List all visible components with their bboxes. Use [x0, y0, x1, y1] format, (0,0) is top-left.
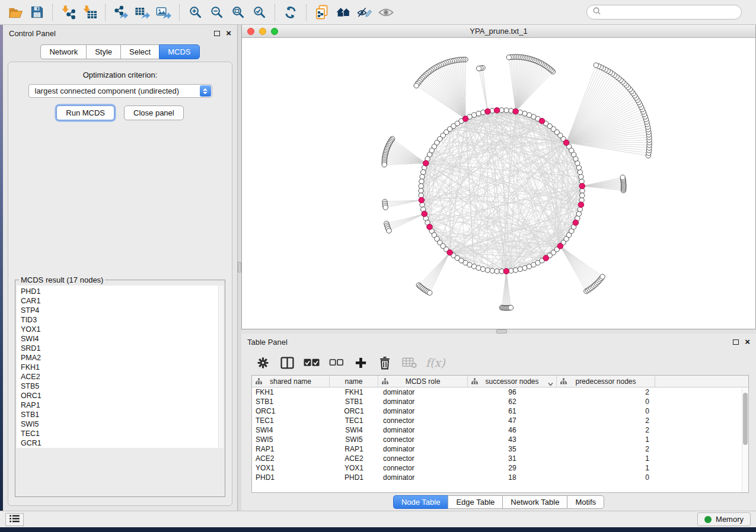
- table-cell[interactable]: 1: [557, 435, 655, 444]
- tab-mcds[interactable]: MCDS: [159, 44, 199, 59]
- export-image-icon[interactable]: [153, 2, 174, 23]
- table-cell[interactable]: SWI4: [252, 425, 330, 435]
- tab-network-table[interactable]: Network Table: [502, 495, 567, 509]
- mcds-result-item[interactable]: FKH1: [21, 363, 224, 372]
- table-cell[interactable]: SWI4: [330, 425, 378, 435]
- memory-button[interactable]: Memory: [697, 512, 751, 526]
- table-mode-gear-icon[interactable]: [255, 355, 270, 370]
- mcds-result-item[interactable]: STP4: [21, 306, 224, 315]
- refresh-icon[interactable]: [280, 2, 301, 23]
- tab-select[interactable]: Select: [120, 44, 159, 59]
- table-cell[interactable]: SWI5: [330, 435, 378, 444]
- zoom-selected-icon[interactable]: [248, 2, 270, 23]
- search-input[interactable]: [605, 8, 736, 17]
- homes-icon[interactable]: [333, 2, 354, 23]
- table-cell[interactable]: ORC1: [330, 406, 378, 416]
- optimization-criterion-select[interactable]: largest connected component (undirected): [28, 84, 212, 98]
- horizontal-split-divider[interactable]: [241, 329, 756, 334]
- maximize-window-icon[interactable]: [271, 28, 278, 35]
- mcds-result-item[interactable]: SRD1: [21, 344, 224, 353]
- table-cell[interactable]: PHD1: [252, 473, 330, 482]
- tab-network[interactable]: Network: [40, 44, 86, 59]
- table-cell[interactable]: 2: [557, 387, 655, 397]
- table-cell[interactable]: dominator: [378, 444, 468, 454]
- tab-node-table[interactable]: Node Table: [393, 495, 448, 509]
- table-cell[interactable]: 43: [468, 435, 557, 444]
- mcds-result-item[interactable]: TID3: [21, 315, 224, 325]
- mcds-result-item[interactable]: SWI5: [21, 419, 224, 429]
- column-header-predecessor-nodes[interactable]: predecessor nodes: [557, 376, 655, 387]
- graphics-details-icon[interactable]: [354, 2, 375, 23]
- table-cell[interactable]: 1: [557, 454, 655, 463]
- birdseye-view-icon[interactable]: [375, 2, 397, 23]
- open-file-icon[interactable]: [5, 2, 26, 23]
- table-cell[interactable]: FKH1: [252, 387, 330, 397]
- table-cell[interactable]: 29: [468, 463, 557, 473]
- table-cell[interactable]: 2: [557, 425, 655, 435]
- table-scrollbar[interactable]: [742, 388, 748, 492]
- mcds-result-item[interactable]: TEC1: [21, 429, 224, 438]
- mcds-result-item[interactable]: RAP1: [21, 400, 224, 410]
- close-panel-button[interactable]: Close panel: [124, 105, 184, 120]
- task-history-button[interactable]: [5, 513, 24, 526]
- mcds-result-item[interactable]: CAR1: [21, 296, 224, 306]
- table-cell[interactable]: STB1: [252, 397, 330, 406]
- mcds-result-item[interactable]: PMA2: [21, 353, 224, 363]
- import-network-icon[interactable]: [58, 2, 79, 23]
- mcds-result-item[interactable]: ACE2: [21, 372, 224, 382]
- vertical-split-divider[interactable]: [238, 25, 241, 511]
- table-cell[interactable]: 46: [468, 425, 557, 435]
- show-columns-icon[interactable]: [279, 355, 295, 370]
- table-cell[interactable]: dominator: [378, 387, 468, 397]
- table-row[interactable]: SWI4SWI4dominator462: [252, 425, 748, 435]
- close-panel-icon[interactable]: ×: [745, 339, 750, 345]
- zoom-in-icon[interactable]: [184, 2, 206, 23]
- minimize-window-icon[interactable]: [259, 28, 266, 35]
- table-cell[interactable]: connector: [378, 463, 468, 473]
- mcds-result-item[interactable]: ORC1: [21, 391, 224, 400]
- table-cell[interactable]: 0: [557, 397, 655, 406]
- mcds-result-item[interactable]: SWI4: [21, 334, 224, 344]
- column-header-shared-name[interactable]: shared name: [252, 376, 330, 387]
- table-row[interactable]: SWI5SWI5connector431: [252, 435, 748, 444]
- table-cell[interactable]: TEC1: [330, 416, 378, 425]
- zoom-out-icon[interactable]: [206, 2, 227, 23]
- table-cell[interactable]: RAP1: [330, 444, 378, 454]
- table-cell[interactable]: FKH1: [330, 387, 378, 397]
- table-cell[interactable]: 96: [468, 387, 557, 397]
- table-cell[interactable]: dominator: [378, 406, 468, 416]
- table-cell[interactable]: 61: [468, 406, 557, 416]
- table-cell[interactable]: dominator: [378, 473, 468, 482]
- mcds-result-item[interactable]: STB5: [21, 382, 224, 391]
- column-header-successor-nodes[interactable]: successor nodes: [468, 376, 557, 387]
- mcds-result-item[interactable]: PHD1: [21, 287, 224, 296]
- column-header-mcds-role[interactable]: MCDS role: [378, 376, 468, 387]
- deselect-all-columns-icon[interactable]: [328, 355, 344, 370]
- mcds-result-item[interactable]: YOX1: [21, 325, 224, 334]
- table-cell[interactable]: connector: [378, 454, 468, 463]
- mcds-list-scrollbar[interactable]: [218, 286, 224, 448]
- table-cell[interactable]: ACE2: [330, 454, 378, 463]
- table-cell[interactable]: 31: [468, 454, 557, 463]
- network-canvas[interactable]: [242, 38, 755, 329]
- table-cell[interactable]: 0: [557, 406, 655, 416]
- manage-networks-icon[interactable]: [311, 2, 333, 23]
- table-row[interactable]: PHD1PHD1dominator180: [252, 473, 748, 482]
- table-cell[interactable]: connector: [378, 435, 468, 444]
- tab-edge-table[interactable]: Edge Table: [448, 495, 502, 509]
- float-panel-icon[interactable]: [733, 339, 739, 345]
- table-cell[interactable]: 62: [468, 397, 557, 406]
- scrollbar-thumb[interactable]: [743, 393, 748, 445]
- delete-columns-icon[interactable]: [377, 355, 393, 370]
- tab-style[interactable]: Style: [86, 44, 120, 59]
- table-cell[interactable]: YOX1: [252, 463, 330, 473]
- table-row[interactable]: FKH1FKH1dominator962: [252, 387, 748, 397]
- table-cell[interactable]: ORC1: [252, 406, 330, 416]
- zoom-fit-icon[interactable]: [227, 2, 248, 23]
- tab-motifs[interactable]: Motifs: [567, 495, 604, 509]
- mcds-result-list[interactable]: PHD1CAR1STP4TID3YOX1SWI4SRD1PMA2FKH1ACE2…: [17, 286, 224, 448]
- table-cell[interactable]: 18: [468, 473, 557, 482]
- export-table-icon[interactable]: [132, 2, 153, 23]
- save-session-icon[interactable]: [26, 2, 47, 23]
- table-cell[interactable]: connector: [378, 416, 468, 425]
